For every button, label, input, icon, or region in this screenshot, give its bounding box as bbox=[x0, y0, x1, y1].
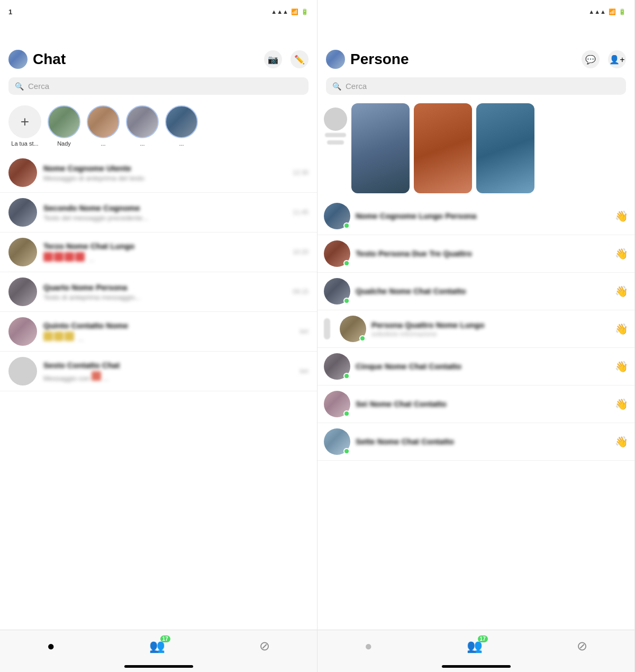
user-avatar[interactable] bbox=[8, 50, 28, 69]
people-item[interactable]: Persona Quattro Nome Lungo sottotitolo i… bbox=[318, 310, 634, 348]
right-signal-icon: ▲▲▲ bbox=[588, 8, 606, 15]
story-item-1[interactable]: Nady bbox=[48, 105, 80, 147]
story-card-3[interactable] bbox=[476, 103, 534, 193]
chat-avatar bbox=[8, 277, 37, 306]
story-label-2: ... bbox=[101, 140, 105, 147]
chat-name: Quinto Contatto Nome bbox=[43, 321, 293, 330]
signal-icon: ▲▲▲ bbox=[271, 8, 288, 15]
discover-nav-icon: ⊘ bbox=[259, 639, 270, 653]
chat-name: Quarto Nome Persona bbox=[43, 283, 286, 292]
chat-time: 12:30 bbox=[293, 169, 309, 176]
people-name: Nome Cognome Lungo Persona bbox=[356, 211, 615, 220]
online-indicator bbox=[343, 373, 350, 379]
people-nav-people[interactable]: 👥 17 bbox=[467, 639, 483, 653]
chat-search-bar[interactable]: 🔍 Cerca bbox=[8, 77, 309, 95]
camera-button[interactable]: 📷 bbox=[264, 50, 282, 68]
chat-search-input[interactable]: Cerca bbox=[28, 82, 49, 91]
people-nav-chat[interactable]: ● bbox=[365, 639, 373, 653]
people-info: Cinque Nome Chat Contatto bbox=[356, 362, 615, 372]
wave-icon[interactable]: 👋 bbox=[615, 360, 628, 373]
chat-item[interactable]: Secondo Nome Cognome Testo del messaggio… bbox=[0, 193, 317, 232]
chat-item[interactable]: Quarto Nome Persona Testo di anteprima m… bbox=[0, 272, 317, 312]
chat-item[interactable]: Quinto Contatto Nome ... Ieri bbox=[0, 312, 317, 352]
people-user-avatar[interactable] bbox=[326, 50, 345, 69]
story-avatar-4 bbox=[165, 105, 198, 138]
people-item[interactable]: Sette Nome Chat Contatto 👋 bbox=[318, 423, 634, 461]
people-name: Sei Nome Chat Contatto bbox=[356, 399, 615, 408]
chat-avatar bbox=[8, 317, 37, 346]
people-list: Nome Cognome Lungo Persona 👋 Testo Perso… bbox=[318, 198, 634, 630]
online-indicator bbox=[343, 222, 350, 229]
people-bottom-nav: ● 👥 17 ⊘ bbox=[318, 630, 634, 672]
story-avatar-1 bbox=[48, 105, 80, 138]
nav-people[interactable]: 👥 17 bbox=[149, 639, 165, 653]
compose-button[interactable]: ✏️ bbox=[291, 50, 309, 68]
status-left: 1 bbox=[8, 8, 12, 16]
right-battery-icon: 🔋 bbox=[619, 8, 626, 15]
chat-preview: ... bbox=[43, 331, 293, 343]
people-name: Sette Nome Chat Contatto bbox=[356, 437, 615, 446]
people-search-bar[interactable]: 🔍 Cerca bbox=[326, 77, 626, 95]
nav-chat[interactable]: ● bbox=[47, 639, 55, 653]
wave-icon[interactable]: 👋 bbox=[615, 435, 628, 448]
online-indicator bbox=[343, 410, 350, 417]
battery-icon: 🔋 bbox=[301, 8, 309, 15]
chat-info: Sesto Contatto Chat Messaggio con ... bbox=[43, 361, 293, 382]
people-item[interactable]: Cinque Nome Chat Contatto 👋 bbox=[318, 348, 634, 386]
story-label-3: ... bbox=[140, 140, 144, 147]
people-discover-nav-icon: ⊘ bbox=[577, 639, 587, 653]
people-item[interactable]: Qualche Nome Chat Contatto 👋 bbox=[318, 273, 634, 310]
story-card-2[interactable] bbox=[414, 103, 472, 193]
chat-header: Chat 📷 ✏️ bbox=[0, 23, 317, 73]
story-avatar-2 bbox=[87, 105, 120, 138]
people-search-input[interactable]: Cerca bbox=[346, 82, 367, 91]
people-people-badge: 17 bbox=[478, 635, 488, 642]
people-item[interactable]: Testo Persona Due Tre Quattro 👋 bbox=[318, 235, 634, 273]
chat-item[interactable]: Sesto Contatto Chat Messaggio con ... Ie… bbox=[0, 352, 317, 391]
chat-preview: ... bbox=[43, 252, 286, 263]
story-add-button[interactable]: + bbox=[8, 105, 41, 138]
chat-info: Secondo Nome Cognome Testo del messaggio… bbox=[43, 203, 286, 222]
wifi-icon: 📶 bbox=[291, 8, 298, 15]
search-icon: 🔍 bbox=[15, 82, 24, 91]
chat-avatar bbox=[8, 158, 37, 187]
people-item[interactable]: Sei Nome Chat Contatto 👋 bbox=[318, 386, 634, 423]
story-item-2[interactable]: ... bbox=[87, 105, 120, 147]
wave-icon[interactable]: 👋 bbox=[615, 322, 628, 335]
add-person-button[interactable]: 👤+ bbox=[608, 50, 626, 68]
story-item-3[interactable]: ... bbox=[126, 105, 159, 147]
chat-time: 11:45 bbox=[293, 209, 309, 216]
stories-row: + La tua st... Nady ... ... bbox=[0, 99, 317, 153]
chat-name: Nome Cognome Utente bbox=[43, 164, 286, 173]
wave-icon[interactable]: 👋 bbox=[615, 210, 628, 222]
nav-discover[interactable]: ⊘ bbox=[259, 639, 270, 653]
people-avatar-wrap bbox=[324, 428, 350, 455]
home-indicator bbox=[124, 665, 193, 668]
chat-time: 09:15 bbox=[293, 288, 309, 295]
story-add-item[interactable]: + La tua st... bbox=[8, 105, 41, 147]
chat-item[interactable]: Nome Cognome Utente Messaggio di antepri… bbox=[0, 153, 317, 193]
people-avatar-wrap bbox=[324, 391, 350, 417]
people-mini-sublabel bbox=[327, 140, 344, 145]
story-add-label: La tua st... bbox=[11, 140, 38, 147]
people-chat-nav-icon: ● bbox=[365, 639, 373, 653]
online-indicator bbox=[343, 448, 350, 454]
people-item[interactable]: Nome Cognome Lungo Persona 👋 bbox=[318, 198, 634, 235]
wave-icon[interactable]: 👋 bbox=[615, 398, 628, 410]
chat-preview: Messaggio con ... bbox=[43, 371, 293, 382]
chat-info: Quarto Nome Persona Testo di anteprima m… bbox=[43, 283, 286, 301]
chat-info: Nome Cognome Utente Messaggio di antepri… bbox=[43, 164, 286, 182]
people-header: Persone 💬 👤+ bbox=[318, 23, 634, 73]
chat-item[interactable]: Terzo Nome Chat Lungo ... 10:20 bbox=[0, 232, 317, 272]
message-icon: 💬 bbox=[585, 55, 596, 65]
wave-icon[interactable]: 👋 bbox=[615, 247, 628, 260]
add-person-icon: 👤+ bbox=[609, 55, 624, 65]
wave-icon[interactable]: 👋 bbox=[615, 285, 628, 298]
people-nav-discover[interactable]: ⊘ bbox=[577, 639, 587, 653]
story-card-1[interactable] bbox=[351, 103, 410, 193]
chat-title: Chat bbox=[33, 51, 66, 68]
message-button[interactable]: 💬 bbox=[582, 50, 600, 68]
people-name: Qualche Nome Chat Contatto bbox=[356, 286, 615, 295]
story-item-4[interactable]: ... bbox=[165, 105, 198, 147]
online-indicator bbox=[343, 260, 350, 266]
